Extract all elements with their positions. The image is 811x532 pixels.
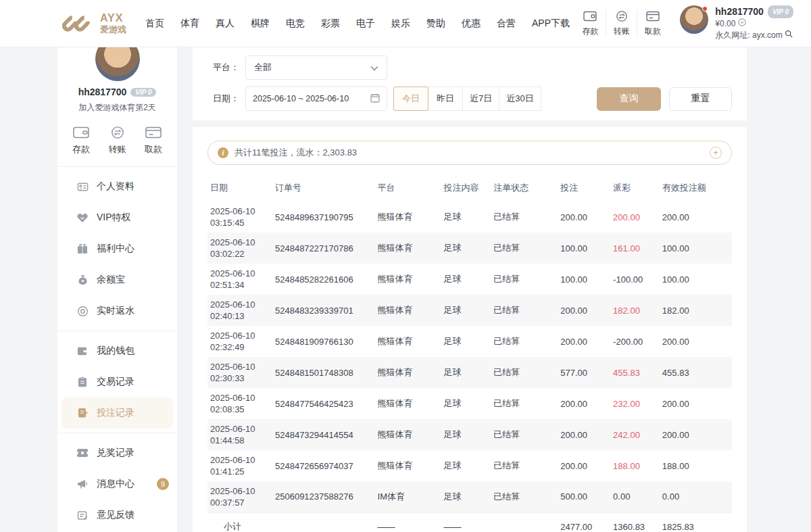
sidebar-menu-group-2: 我的钱包 交易记录 投注记录 bbox=[57, 331, 177, 433]
permanent-url-label: 永久网址: ayx.com bbox=[715, 30, 782, 40]
query-button[interactable]: 查询 bbox=[597, 87, 661, 111]
rebate-icon bbox=[76, 305, 89, 317]
megaphone-icon bbox=[76, 478, 89, 490]
bet-table-body: 2025-06-1003:15:45 5248489637190795 熊猫体育… bbox=[207, 201, 732, 532]
platform-select[interactable]: 全部 bbox=[245, 55, 387, 80]
transaction-record-icon bbox=[76, 376, 89, 388]
sidebar-item-bet-records[interactable]: 投注记录 bbox=[62, 397, 173, 429]
search-icon[interactable] bbox=[785, 30, 793, 40]
balance-amount: ¥0.00 bbox=[715, 19, 735, 28]
transfer-icon bbox=[606, 10, 637, 22]
nav-item-9[interactable]: 优惠 bbox=[462, 18, 481, 30]
deposit-icon bbox=[574, 10, 606, 22]
table-row: 2025-06-1001:41:25 5248472656974037 熊猫体育… bbox=[207, 450, 732, 481]
calendar-icon bbox=[370, 93, 380, 105]
sidebar-item-yuebao[interactable]: 余额宝 bbox=[57, 264, 177, 295]
nav-item-0[interactable]: 首页 bbox=[145, 18, 164, 30]
sidebar-withdraw-button[interactable]: 取款 bbox=[145, 126, 162, 155]
sidebar-menu-group-1: 个人资料 VIP特权 福利中心 余额宝 bbox=[57, 166, 177, 331]
nav-item-11[interactable]: APP下载 bbox=[532, 18, 570, 30]
sidebar-username: hh2817700 bbox=[78, 87, 127, 97]
date-quick-ranges: 今日昨日近7日近30日 bbox=[394, 87, 541, 111]
date-range-value: 2025-06-10 ~ 2025-06-10 bbox=[253, 94, 349, 103]
reset-button[interactable]: 重置 bbox=[669, 87, 732, 111]
range-button-3[interactable]: 近30日 bbox=[499, 87, 541, 111]
nav-item-1[interactable]: 体育 bbox=[180, 18, 199, 30]
sidebar-item-vip[interactable]: VIP特权 bbox=[57, 202, 177, 233]
order-number: 5248481501748308 bbox=[272, 357, 375, 388]
notification-dot bbox=[702, 6, 708, 11]
date-range-input[interactable]: 2025-06-10 ~ 2025-06-10 bbox=[245, 87, 387, 111]
brand-name-en: AYX bbox=[100, 13, 126, 24]
sidebar-quick-actions: 存款 转账 取款 bbox=[57, 114, 177, 166]
nav-item-7[interactable]: 娱乐 bbox=[391, 18, 410, 30]
bet-record-icon bbox=[76, 407, 89, 419]
sidebar-deposit-button[interactable]: 存款 bbox=[72, 126, 90, 155]
nav-item-3[interactable]: 棋牌 bbox=[251, 18, 270, 30]
platform-select-value: 全部 bbox=[254, 62, 272, 74]
sidebar-item-rebate[interactable]: 实时返水 bbox=[57, 295, 177, 327]
header-user-area[interactable]: hh2817700 VIP 0 ¥0.00 永久网址: ayx.com bbox=[680, 5, 793, 41]
chevron-down-icon bbox=[370, 63, 378, 73]
withdraw-button[interactable]: 取款 bbox=[637, 10, 668, 37]
deposit-button[interactable]: 存款 bbox=[574, 10, 606, 37]
order-number: 5248485282261606 bbox=[272, 264, 375, 295]
table-row: 2025-06-1002:30:33 5248481501748308 熊猫体育… bbox=[207, 357, 732, 388]
sidebar-transfer-button[interactable]: 转账 bbox=[109, 126, 126, 155]
sidebar-item-profile[interactable]: 个人资料 bbox=[57, 171, 177, 202]
sidebar-item-welfare[interactable]: 福利中心 bbox=[57, 233, 177, 264]
table-row: 2025-06-1002:08:35 5248477546425423 熊猫体育… bbox=[207, 388, 732, 419]
col-valid: 有效投注额 bbox=[660, 174, 732, 201]
nav-item-6[interactable]: 电子 bbox=[356, 18, 375, 30]
order-number: 5248477546425423 bbox=[272, 388, 375, 419]
summary-bar: i 共计11笔投注，流水：2,303.83 + bbox=[207, 141, 732, 165]
col-content: 投注内容 bbox=[441, 174, 491, 201]
vip-heart-icon bbox=[76, 212, 89, 224]
message-count-badge: 9 bbox=[157, 478, 169, 490]
order-number: 5248487227170786 bbox=[272, 233, 375, 264]
table-row: 2025-06-1003:02:22 5248487227170786 熊猫体育… bbox=[207, 233, 732, 264]
id-card-icon bbox=[76, 180, 89, 193]
order-number: 5248473294414554 bbox=[272, 419, 375, 450]
platform-filter-label: 平台： bbox=[213, 62, 245, 74]
order-number: 5248483239339701 bbox=[272, 295, 375, 326]
table-row: 2025-06-1002:40:13 5248483239339701 熊猫体育… bbox=[207, 295, 732, 326]
feedback-icon bbox=[76, 509, 89, 521]
sidebar: hh2817700 VIP 0 加入爱游戏体育第2天 存款 转账 bbox=[57, 47, 177, 532]
nav-item-10[interactable]: 合营 bbox=[497, 18, 516, 30]
expand-plus-icon[interactable]: + bbox=[710, 147, 722, 159]
user-avatar[interactable] bbox=[680, 5, 708, 34]
balance-refresh-icon[interactable] bbox=[738, 19, 746, 28]
sidebar-item-transactions[interactable]: 交易记录 bbox=[57, 366, 177, 397]
col-order: 订单号 bbox=[272, 174, 375, 201]
sidebar-menu-group-3: 兑奖记录 消息中心 9 意见反馈 bbox=[57, 433, 177, 532]
sidebar-avatar[interactable] bbox=[95, 47, 140, 81]
range-button-2[interactable]: 近7日 bbox=[462, 87, 499, 111]
brand-logo[interactable]: AYX 爱游戏 bbox=[64, 13, 126, 34]
order-number: 2506091237588276 bbox=[272, 481, 375, 512]
sidebar-item-feedback[interactable]: 意见反馈 bbox=[57, 500, 177, 531]
table-header-row: 日期 订单号 平台 投注内容 注单状态 投注 派彩 有效投注额 bbox=[207, 174, 732, 201]
nav-item-4[interactable]: 电竞 bbox=[286, 18, 305, 30]
wallet-icon bbox=[76, 345, 89, 357]
transfer-icon bbox=[109, 126, 126, 139]
col-status: 注单状态 bbox=[491, 174, 558, 201]
order-number: 5248481909766130 bbox=[272, 326, 375, 357]
sidebar-item-prizes[interactable]: 兑奖记录 bbox=[57, 437, 177, 468]
sidebar-item-wallet[interactable]: 我的钱包 bbox=[57, 335, 177, 366]
table-row: 2025-06-1002:51:34 5248485282261606 熊猫体育… bbox=[207, 264, 732, 295]
bet-records-panel: i 共计11笔投注，流水：2,303.83 + 日期 订单号 平台 投注内容 注… bbox=[193, 127, 747, 532]
col-payout: 派彩 bbox=[610, 174, 660, 201]
withdraw-icon bbox=[637, 10, 668, 22]
nav-item-5[interactable]: 彩票 bbox=[321, 18, 340, 30]
summary-text: 共计11笔投注，流水：2,303.83 bbox=[235, 147, 357, 159]
sidebar-item-messages[interactable]: 消息中心 9 bbox=[57, 468, 177, 500]
nav-item-8[interactable]: 赞助 bbox=[426, 18, 445, 30]
transfer-button[interactable]: 转账 bbox=[606, 10, 637, 37]
bet-records-table: 日期 订单号 平台 投注内容 注单状态 投注 派彩 有效投注额 2025-06-… bbox=[207, 174, 732, 532]
range-button-1[interactable]: 昨日 bbox=[428, 87, 463, 111]
range-button-0[interactable]: 今日 bbox=[393, 87, 428, 111]
nav-item-2[interactable]: 真人 bbox=[216, 18, 235, 30]
table-row: 2025-06-1002:32:49 5248481909766130 熊猫体育… bbox=[207, 326, 732, 357]
col-platform: 平台 bbox=[375, 174, 441, 201]
